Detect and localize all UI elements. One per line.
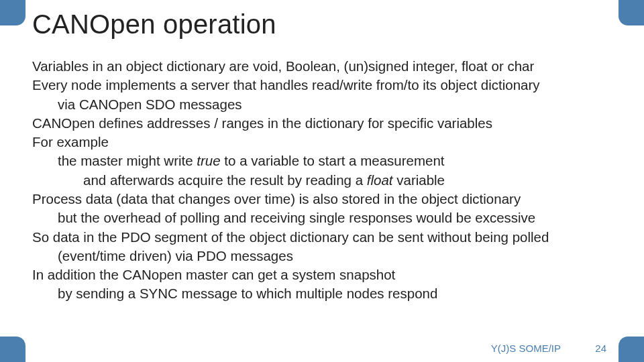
text-run: variable xyxy=(393,172,445,188)
body-line: Variables in an object dictionary are vo… xyxy=(32,57,612,76)
body-line-indent: the master might write true to a variabl… xyxy=(32,152,612,170)
emphasis-text: true xyxy=(197,153,220,168)
body-line: In addition the CANopen master can get a… xyxy=(32,265,612,284)
body-line: For example xyxy=(32,133,612,152)
emphasis-text: float xyxy=(367,172,393,188)
text-run: to a variable to start a measurement xyxy=(221,153,445,168)
body-line-indent: via CANOpen SDO messages xyxy=(32,95,612,114)
body-line-indent: by sending a SYNC message to which multi… xyxy=(32,284,612,303)
body-line: Every node implements a server that hand… xyxy=(32,76,612,95)
slide-footer: Y(J)S SOME/IP 24 xyxy=(491,343,606,354)
slide-container: CANOpen operation Variables in an object… xyxy=(0,0,644,362)
footer-tag: Y(J)S SOME/IP xyxy=(491,343,561,354)
page-number: 24 xyxy=(593,343,606,354)
body-line: CANOpen defines addresses / ranges in th… xyxy=(32,114,612,133)
slide-title: CANOpen operation xyxy=(32,9,612,40)
body-line-indent: but the overhead of polling and receivin… xyxy=(32,208,612,227)
body-line-indent2: and afterwards acquire the result by rea… xyxy=(32,171,612,190)
slide-body: Variables in an object dictionary are vo… xyxy=(32,57,612,304)
text-run: the master might write xyxy=(58,153,197,168)
body-line-indent: (event/time driven) via PDO messages xyxy=(32,247,612,265)
text-run: and afterwards acquire the result by rea… xyxy=(83,172,367,188)
body-line: Process data (data that changes over tim… xyxy=(32,190,612,208)
body-line: So data in the PDO segment of the object… xyxy=(32,228,612,247)
